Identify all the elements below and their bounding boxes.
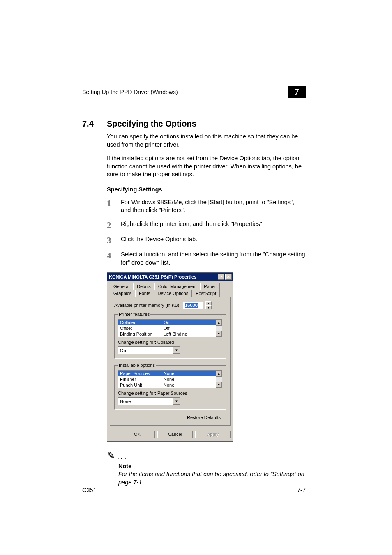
section-para-1: You can specify the options installed on… <box>107 133 306 149</box>
tab-fonts[interactable]: Fonts <box>135 290 154 297</box>
dialog-title: KONICA MINOLTA C351 PS(P) Properties <box>109 274 196 279</box>
scroll-up-icon[interactable]: ▲ <box>216 371 222 377</box>
tab-paper[interactable]: Paper <box>200 283 219 290</box>
list-item: Punch UnitNone <box>118 382 216 388</box>
note-dots: ... <box>117 450 127 461</box>
note-heading: Note <box>118 463 306 470</box>
install-change-select[interactable]: None ▼ <box>118 397 180 405</box>
properties-dialog: KONICA MINOLTA C351 PS(P) Properties ? ✕… <box>107 272 233 442</box>
step-row: 3 Click the Device Options tab. <box>107 235 306 245</box>
section-number: 7.4 <box>82 119 107 129</box>
list-item: Paper SourcesNone <box>118 371 216 376</box>
list-item: FinisherNone <box>118 376 216 382</box>
features-change-select[interactable]: On ▼ <box>118 346 180 354</box>
step-row: 2 Right-click the printer icon, and then… <box>107 220 306 230</box>
help-button[interactable]: ? <box>218 274 224 280</box>
footer-page-number: 7-7 <box>297 487 306 493</box>
apply-button[interactable]: Apply <box>195 431 231 438</box>
available-memory-input[interactable]: 16000 <box>183 302 203 309</box>
step-text: Select a function, and then select the s… <box>121 251 306 267</box>
step-text: Right-click the printer icon, and then c… <box>121 220 264 228</box>
scroll-down-icon[interactable]: ▼ <box>216 382 222 388</box>
tab-device-options[interactable]: Device Options <box>154 290 192 297</box>
chevron-down-icon[interactable]: ▼ <box>173 347 180 354</box>
step-text: Click the Device Options tab. <box>121 235 197 244</box>
step-row: 1 For Windows 98SE/Me, click the [Start]… <box>107 198 306 214</box>
pencil-icon: ✎ <box>107 450 115 461</box>
footer-rule <box>82 484 306 484</box>
list-item: Binding PositionLeft Binding <box>118 331 216 337</box>
installable-options-legend: Installable options <box>118 363 156 368</box>
footer-model: C351 <box>82 487 97 493</box>
chevron-down-icon[interactable]: ▼ <box>173 398 180 405</box>
header-rule <box>82 101 306 101</box>
scroll-down-icon[interactable]: ▼ <box>216 331 222 337</box>
step-number: 3 <box>107 235 121 245</box>
step-row: 4 Select a function, and then select the… <box>107 251 306 267</box>
step-number: 2 <box>107 220 121 230</box>
ok-button[interactable]: OK <box>120 431 155 438</box>
tab-general[interactable]: General <box>110 283 133 290</box>
available-memory-label: Available printer memory (in KB): <box>114 303 180 308</box>
tab-details[interactable]: Details <box>133 283 154 290</box>
install-change-label: Change setting for: Paper Sources <box>118 391 222 396</box>
memory-spinner-down[interactable]: ▼ <box>205 305 212 309</box>
close-button[interactable]: ✕ <box>225 274 232 280</box>
step-number: 4 <box>107 251 121 260</box>
step-text: For Windows 98SE/Me, click the [Start] b… <box>121 198 306 214</box>
sub-heading: Specifying Settings <box>107 186 306 193</box>
tab-color-management[interactable]: Color Management <box>154 283 201 290</box>
tab-postscript[interactable]: PostScript <box>192 290 220 297</box>
printer-features-legend: Printer features <box>118 312 150 317</box>
section-para-2: If the installed options are not set fro… <box>107 154 306 179</box>
list-item: OffsetOff <box>118 325 216 331</box>
scroll-up-icon[interactable]: ▲ <box>216 320 222 326</box>
printer-features-list[interactable]: CollatedOn OffsetOff Binding PositionLef… <box>118 319 222 337</box>
memory-spinner-up[interactable]: ▲ <box>205 301 212 305</box>
step-number: 1 <box>107 198 121 208</box>
cancel-button[interactable]: Cancel <box>157 431 193 438</box>
tab-graphics[interactable]: Graphics <box>110 290 135 297</box>
running-head-title: Setting Up the PPD Driver (Windows) <box>82 89 178 95</box>
features-change-label: Change setting for: Collated <box>118 340 222 345</box>
list-item: CollatedOn <box>118 320 216 325</box>
restore-defaults-button[interactable]: Restore Defaults <box>182 414 226 421</box>
chapter-number-box: 7 <box>288 86 306 98</box>
section-title: Specifying the Options <box>107 119 196 129</box>
installable-options-list[interactable]: Paper SourcesNone FinisherNone Punch Uni… <box>118 370 222 388</box>
